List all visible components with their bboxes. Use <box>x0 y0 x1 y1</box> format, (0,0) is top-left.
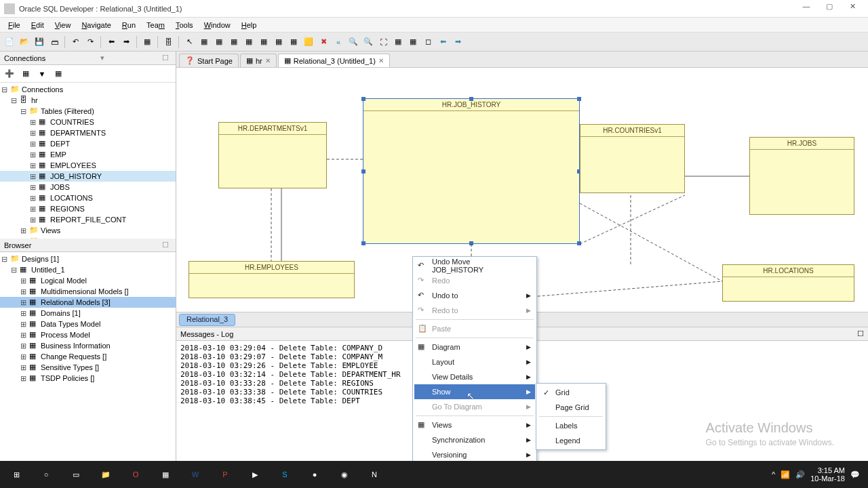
tree-table-regions[interactable]: ⊞▦REGIONS <box>0 203 176 214</box>
tree-table-job_history[interactable]: ⊞▦JOB_HISTORY <box>0 171 176 182</box>
fit-icon[interactable]: ⛶ <box>376 35 390 49</box>
tree-untitled[interactable]: ⊟▦Untitled_1 <box>0 264 176 275</box>
close-icon[interactable]: ✕ <box>265 57 271 64</box>
browser-item[interactable]: ⊞▦Data Types Model <box>0 319 176 329</box>
win-icon[interactable]: ◻ <box>421 35 435 49</box>
menu-edit[interactable]: Edit <box>26 20 50 30</box>
save-all-icon[interactable]: 🗃 <box>47 35 61 49</box>
ctx-undo-move[interactable]: ↶Undo Move JOB_HISTORY <box>414 258 535 273</box>
volume-icon[interactable]: 🔊 <box>795 470 805 479</box>
tab-relational[interactable]: ▦Relational_3 (Untitled_1)✕ <box>278 54 390 67</box>
new-icon[interactable]: 📄 <box>3 35 16 49</box>
menu-view[interactable]: View <box>50 20 77 30</box>
app2-icon[interactable]: ▶ <box>240 461 270 488</box>
sql-icon[interactable]: ▦ <box>140 35 154 49</box>
connections-tree[interactable]: ⊟📁Connections ⊟🗄hr ⊟📁Tables (Filtered) ⊞… <box>0 83 176 239</box>
nav-fwd-icon[interactable]: ➡ <box>451 35 465 49</box>
browser-item[interactable]: ⊞▦Business Information <box>0 340 176 351</box>
word-icon[interactable]: W <box>180 461 210 488</box>
skype-icon[interactable]: S <box>270 461 300 488</box>
tree-table-report_file_cont[interactable]: ⊞▦REPORT_FILE_CONT <box>0 214 176 225</box>
zoom-in-icon[interactable]: 🔍 <box>347 35 360 49</box>
browser-item[interactable]: ⊞▦Change Requests [] <box>0 351 176 362</box>
app3-icon[interactable]: ● <box>300 461 330 488</box>
tree-table-employees[interactable]: ⊞▦EMPLOYEES <box>0 160 176 171</box>
tree-connections-root[interactable]: ⊟📁Connections <box>0 84 176 95</box>
task-view-icon[interactable]: ▭ <box>61 461 91 488</box>
ctx-layout[interactable]: Layout▶ <box>414 354 535 369</box>
opera-icon[interactable]: O <box>121 461 151 488</box>
ctx-diagram[interactable]: ▦Diagram▶ <box>414 340 535 354</box>
chrome-icon[interactable]: ◉ <box>330 461 359 488</box>
ctx-undo-to[interactable]: ↶Undo to▶ <box>414 288 535 303</box>
menu-team[interactable]: Team <box>141 20 170 30</box>
tab-hr[interactable]: ▦hr✕ <box>240 54 277 67</box>
grid-icon[interactable]: ▦ <box>391 35 405 49</box>
conn-tool1-icon[interactable]: ▦ <box>19 67 33 81</box>
network-icon[interactable]: 📶 <box>781 470 790 479</box>
menu-run[interactable]: Run <box>117 20 141 30</box>
entity-countries[interactable]: HR.COUNTRIESv1 <box>580 124 685 193</box>
start-button[interactable]: ⊞ <box>1 461 31 488</box>
messages-close-icon[interactable]: ☐ <box>857 329 864 338</box>
submenu-grid[interactable]: ✓Grid <box>538 385 604 400</box>
menu-help[interactable]: Help <box>236 20 262 30</box>
menu-navigate[interactable]: Navigate <box>76 20 116 30</box>
tray-up-icon[interactable]: ^ <box>772 470 775 479</box>
tree-table-locations[interactable]: ⊞▦LOCATIONS <box>0 192 176 203</box>
ctx-show[interactable]: Show▶ <box>414 384 535 399</box>
zoom-out-icon[interactable]: 🔍 <box>361 35 375 49</box>
grid2-icon[interactable]: ▦ <box>406 35 420 49</box>
menu-tools[interactable]: Tools <box>170 20 199 30</box>
browser-item[interactable]: ⊞▦Relational Models [3] <box>0 297 176 308</box>
notifications-icon[interactable]: 💬 <box>850 470 860 479</box>
tool2-icon[interactable]: ▦ <box>212 35 226 49</box>
maximize-button[interactable]: ▢ <box>818 2 841 16</box>
tool1-icon[interactable]: ▦ <box>197 35 211 49</box>
connections-close-icon[interactable]: ☐ <box>159 54 172 62</box>
delete-icon[interactable]: ✖ <box>317 35 330 49</box>
ctx-views[interactable]: ▦Views▶ <box>414 418 535 432</box>
open-icon[interactable]: 📂 <box>18 35 31 49</box>
browser-close-icon[interactable]: ☐ <box>159 241 172 249</box>
tool3-icon[interactable]: ▦ <box>227 35 241 49</box>
cortana-icon[interactable]: ○ <box>31 461 61 488</box>
pointer-icon[interactable]: ↖ <box>182 35 196 49</box>
save-icon[interactable]: 💾 <box>33 35 46 49</box>
close-icon[interactable]: ✕ <box>378 57 384 64</box>
browser-item[interactable]: ⊞▦TSDP Policies [] <box>0 373 176 384</box>
ctx-synchronization[interactable]: Synchronization▶ <box>414 432 535 447</box>
entity-job-history[interactable]: HR.JOB_HISTORY <box>363 98 580 244</box>
filter-icon[interactable]: ▼ <box>35 67 49 81</box>
tool4-icon[interactable]: ▦ <box>242 35 256 49</box>
browser-item[interactable]: ⊞▦Logical Model <box>0 275 176 286</box>
tree-table-countries[interactable]: ⊞▦COUNTRIES <box>0 117 176 127</box>
tree-table-jobs[interactable]: ⊞▦JOBS <box>0 182 176 192</box>
tool6-icon[interactable]: ▦ <box>272 35 285 49</box>
tree-table-emp[interactable]: ⊞▦EMP <box>0 149 176 160</box>
add-connection-icon[interactable]: ➕ <box>3 67 16 81</box>
ctx-view-details[interactable]: View Details▶ <box>414 369 535 384</box>
rewind-icon[interactable]: « <box>332 35 345 49</box>
browser-item[interactable]: ⊞▦Multidimensional Models [] <box>0 286 176 297</box>
entity-jobs[interactable]: HR.JOBS <box>749 137 854 215</box>
entity-employees[interactable]: HR.EMPLOYEES <box>189 261 355 298</box>
connections-pin-icon[interactable]: ▾ <box>98 54 107 62</box>
tree-tables-filtered[interactable]: ⊟📁Tables (Filtered) <box>0 106 176 117</box>
submenu-legend[interactable]: Legend <box>538 433 604 448</box>
tree-designs[interactable]: ⊟📁Designs [1] <box>0 253 176 264</box>
tool7-icon[interactable]: ▦ <box>287 35 300 49</box>
netbeans-icon[interactable]: N <box>359 461 389 488</box>
entity-locations[interactable]: HR.LOCATIONS <box>722 264 854 302</box>
redo-icon[interactable]: ↷ <box>83 35 97 49</box>
app1-icon[interactable]: ▦ <box>151 461 180 488</box>
file-explorer-icon[interactable]: 📁 <box>91 461 121 488</box>
forward-icon[interactable]: ➡ <box>119 35 133 49</box>
tab-start-page[interactable]: ❓Start Page <box>179 54 239 67</box>
db-icon[interactable]: 🗄 <box>161 35 175 49</box>
tree-views[interactable]: ⊞📁Views <box>0 225 176 236</box>
note-icon[interactable]: 🟨 <box>302 35 315 49</box>
tab-relational-bottom[interactable]: Relational_3 <box>179 314 235 326</box>
back-icon[interactable]: ⬅ <box>104 35 118 49</box>
submenu-page-grid[interactable]: Page Grid <box>538 400 604 415</box>
